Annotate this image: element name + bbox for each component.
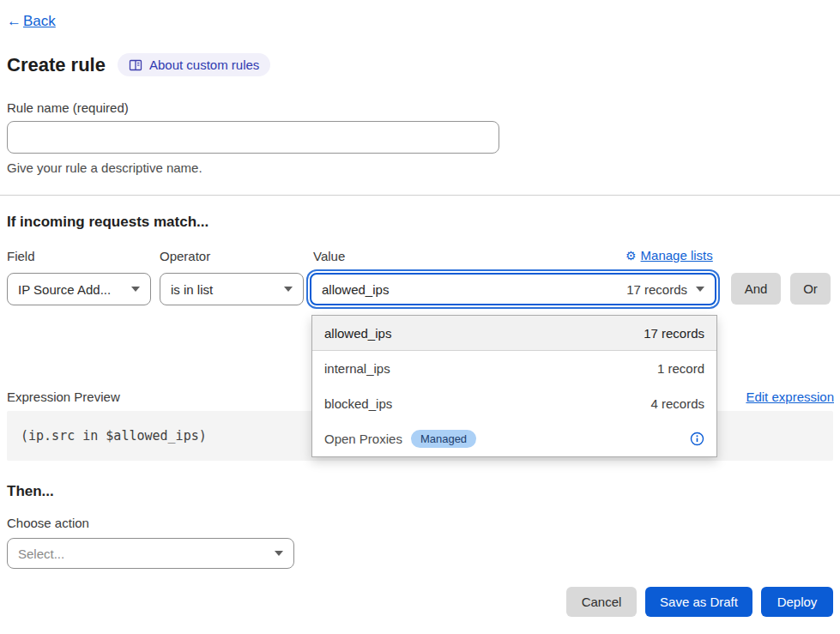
list-item-name: Open Proxies: [324, 432, 402, 446]
chevron-down-icon: [131, 287, 140, 292]
manage-lists-label: Manage lists: [641, 248, 713, 263]
managed-badge: Managed: [411, 430, 476, 448]
about-custom-rules-link[interactable]: About custom rules: [118, 53, 270, 76]
rule-name-label: Rule name (required): [7, 100, 129, 115]
choose-action-label: Choose action: [7, 516, 89, 530]
chevron-down-icon[interactable]: [696, 287, 704, 292]
field-select[interactable]: IP Source Add...: [7, 273, 151, 305]
chevron-down-icon: [284, 287, 293, 292]
edit-expression-link[interactable]: Edit expression: [746, 389, 834, 404]
edit-expression-label: Edit expression: [746, 389, 834, 404]
list-dropdown-panel: allowed_ips 17 records internal_ips 1 re…: [311, 315, 717, 457]
expression-preview-label: Expression Preview: [7, 389, 120, 404]
field-label: Field: [7, 249, 35, 263]
action-select-placeholder: Select...: [18, 546, 64, 561]
or-button[interactable]: Or: [790, 273, 831, 305]
gear-icon: ⚙: [625, 249, 637, 263]
list-item-records: 17 records: [644, 326, 704, 341]
match-section-heading: If incoming requests match...: [7, 214, 208, 231]
list-item-records: 1 record: [657, 361, 704, 376]
operator-select-value: is in list: [171, 282, 213, 297]
list-item-internal-ips[interactable]: internal_ips 1 record: [312, 351, 716, 386]
about-custom-rules-label: About custom rules: [149, 57, 259, 72]
value-label: Value: [313, 249, 345, 263]
list-item-name: allowed_ips: [324, 326, 391, 341]
rule-name-input[interactable]: [7, 121, 499, 154]
value-input[interactable]: [322, 282, 618, 297]
page-title: Create rule: [7, 54, 106, 76]
back-link-label: Back: [23, 13, 56, 30]
list-item-open-proxies[interactable]: Open Proxies Managed: [312, 421, 716, 456]
rule-name-help-text: Give your rule a descriptive name.: [7, 160, 202, 175]
list-item-allowed-ips[interactable]: allowed_ips 17 records: [312, 316, 716, 351]
list-item-name: internal_ips: [324, 361, 390, 376]
chevron-down-icon: [275, 551, 283, 556]
list-item-blocked-ips[interactable]: blocked_ips 4 records: [312, 386, 716, 421]
cancel-button[interactable]: Cancel: [566, 587, 637, 617]
manage-lists-link[interactable]: ⚙ Manage lists: [625, 248, 713, 263]
field-select-value: IP Source Add...: [18, 282, 111, 297]
operator-label: Operator: [160, 249, 210, 263]
and-button[interactable]: And: [731, 273, 781, 305]
list-item-name: blocked_ips: [324, 396, 392, 411]
back-arrow-icon: ←: [7, 13, 21, 30]
back-link[interactable]: ←Back: [7, 13, 56, 30]
action-select[interactable]: Select...: [7, 538, 294, 569]
list-item-records: 4 records: [650, 396, 704, 411]
section-divider: [0, 195, 840, 196]
deploy-button[interactable]: Deploy: [761, 587, 833, 617]
value-records-count: 17 records: [626, 282, 687, 297]
value-combobox[interactable]: 17 records: [310, 273, 716, 305]
save-as-draft-button[interactable]: Save as Draft: [645, 587, 752, 617]
expression-code: (ip.src in $allowed_ips): [21, 428, 207, 444]
info-icon[interactable]: [690, 432, 704, 446]
title-row: Create rule About custom rules: [7, 53, 270, 76]
operator-select[interactable]: is in list: [160, 273, 304, 305]
then-section-heading: Then...: [7, 483, 54, 500]
book-icon: [129, 58, 142, 72]
